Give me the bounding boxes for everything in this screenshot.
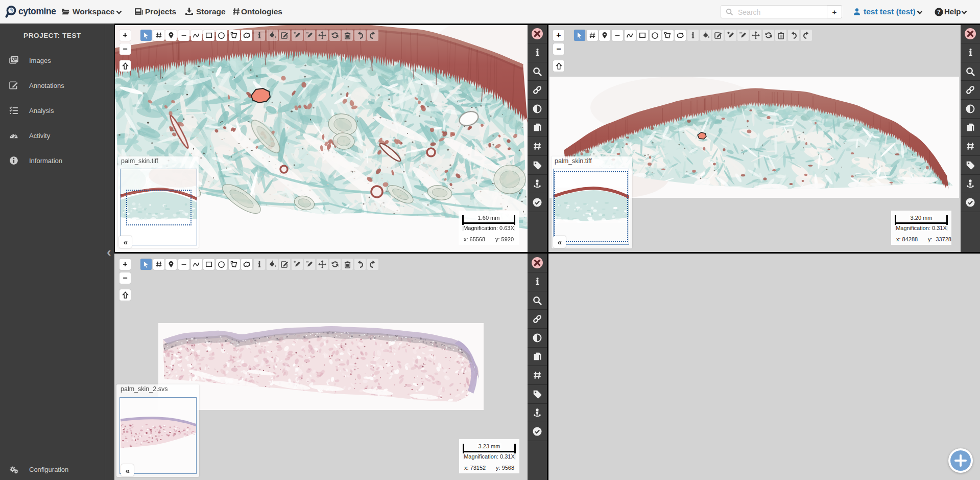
svg-text:?: ? (937, 9, 941, 15)
